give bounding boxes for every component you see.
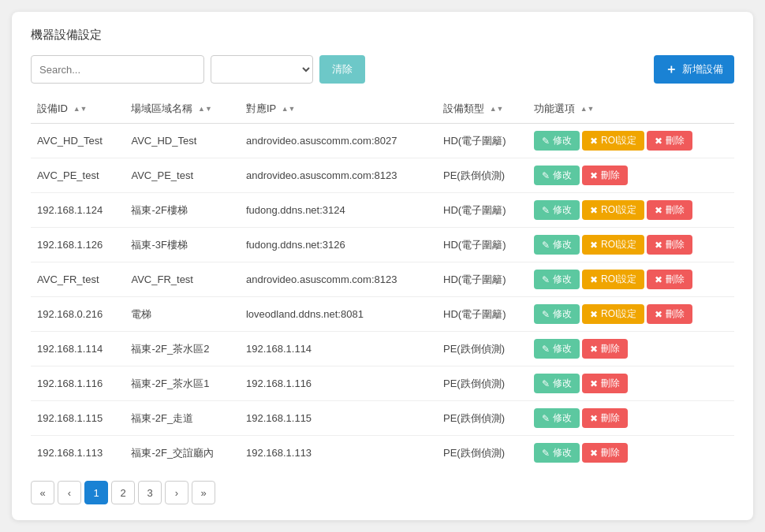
cell-actions: ✎修改✖刪除 bbox=[528, 158, 734, 193]
roi-button[interactable]: ✖ROI設定 bbox=[582, 304, 644, 324]
pagination-next[interactable]: › bbox=[165, 481, 188, 504]
cell-actions: ✎修改✖ROI設定✖刪除 bbox=[528, 262, 734, 297]
cell-actions: ✎修改✖刪除 bbox=[528, 332, 734, 366]
cell-actions: ✎修改✖ROI設定✖刪除 bbox=[528, 228, 734, 262]
cell-ip: 192.168.1.115 bbox=[240, 401, 437, 436]
sort-arrows-device-type[interactable]: ▲▼ bbox=[490, 106, 504, 113]
filter-select[interactable]: HD(電子圍籬) PE(跌倒偵測) bbox=[211, 55, 313, 84]
edit-button[interactable]: ✎修改 bbox=[534, 374, 580, 393]
edit-button[interactable]: ✎修改 bbox=[534, 131, 580, 151]
cell-zone-name: 福東-2F_茶水區1 bbox=[125, 366, 240, 401]
pencil-icon: ✎ bbox=[542, 344, 550, 355]
roi-icon: ✖ bbox=[590, 136, 598, 147]
delete-button[interactable]: ✖刪除 bbox=[647, 200, 692, 220]
edit-button[interactable]: ✎修改 bbox=[534, 408, 580, 428]
x-icon: ✖ bbox=[590, 448, 598, 459]
cell-zone-name: AVC_PE_test bbox=[125, 158, 240, 193]
cell-device-id: 192.168.1.115 bbox=[31, 401, 125, 436]
roi-button[interactable]: ✖ROI設定 bbox=[582, 270, 644, 289]
plus-icon: ＋ bbox=[665, 61, 677, 78]
cell-device-id: 192.168.0.216 bbox=[31, 297, 125, 332]
cell-device-id: 192.168.1.113 bbox=[31, 436, 125, 471]
pencil-icon: ✎ bbox=[542, 274, 550, 285]
sort-arrows-actions[interactable]: ▲▼ bbox=[580, 106, 595, 113]
x-icon: ✖ bbox=[590, 344, 598, 355]
roi-button[interactable]: ✖ROI設定 bbox=[582, 131, 644, 151]
roi-button[interactable]: ✖ROI設定 bbox=[582, 200, 644, 220]
edit-button[interactable]: ✎修改 bbox=[534, 200, 580, 220]
edit-button[interactable]: ✎修改 bbox=[534, 235, 580, 255]
pagination-page-1[interactable]: 1 bbox=[84, 481, 108, 504]
col-zone-name: 場域區域名稱 ▲▼ bbox=[125, 95, 240, 124]
table-row: AVC_FR_testAVC_FR_testandrovideo.asuscom… bbox=[31, 262, 734, 297]
cell-device-id: AVC_FR_test bbox=[31, 262, 125, 297]
cell-ip: fudong.ddns.net:3126 bbox=[240, 228, 437, 262]
cell-ip: fudong.ddns.net:3124 bbox=[240, 193, 437, 228]
cell-actions: ✎修改✖刪除 bbox=[528, 436, 734, 471]
pagination: « ‹ 1 2 3 › » bbox=[31, 481, 734, 504]
cell-zone-name: 福東-2F樓梯 bbox=[125, 193, 240, 228]
cell-actions: ✎修改✖ROI設定✖刪除 bbox=[528, 124, 734, 158]
edit-button[interactable]: ✎修改 bbox=[534, 339, 580, 359]
col-device-type: 設備類型 ▲▼ bbox=[437, 95, 528, 124]
cell-device-id: AVC_PE_test bbox=[31, 158, 125, 193]
delete-button[interactable]: ✖刪除 bbox=[647, 235, 692, 255]
x-icon: ✖ bbox=[590, 413, 598, 424]
table-row: 192.168.1.113福東-2F_交誼廳內192.168.1.113PE(跌… bbox=[31, 436, 734, 471]
page-title: 機器設備設定 bbox=[31, 28, 734, 43]
pagination-page-2[interactable]: 2 bbox=[111, 481, 135, 504]
roi-button[interactable]: ✖ROI設定 bbox=[582, 235, 644, 255]
table-row: 192.168.1.115福東-2F_走道192.168.1.115PE(跌倒偵… bbox=[31, 401, 734, 436]
pencil-icon: ✎ bbox=[542, 136, 550, 147]
edit-button[interactable]: ✎修改 bbox=[534, 166, 580, 185]
pencil-icon: ✎ bbox=[542, 309, 550, 320]
pagination-prev[interactable]: ‹ bbox=[58, 481, 81, 504]
sort-arrows-ip[interactable]: ▲▼ bbox=[282, 106, 296, 113]
cell-zone-name: AVC_HD_Test bbox=[125, 124, 240, 158]
delete-button[interactable]: ✖刪除 bbox=[582, 374, 628, 393]
cell-ip: 192.168.1.114 bbox=[240, 332, 437, 366]
cell-device-id: 192.168.1.114 bbox=[31, 332, 125, 366]
main-card: 機器設備設定 HD(電子圍籬) PE(跌倒偵測) 清除 ＋ 新增設備 設備ID … bbox=[12, 12, 753, 520]
delete-button[interactable]: ✖刪除 bbox=[647, 131, 692, 151]
edit-button[interactable]: ✎修改 bbox=[534, 304, 580, 324]
delete-button[interactable]: ✖刪除 bbox=[582, 339, 628, 359]
delete-button[interactable]: ✖刪除 bbox=[647, 270, 692, 289]
pagination-page-3[interactable]: 3 bbox=[138, 481, 162, 504]
cell-device-type: HD(電子圍籬) bbox=[437, 124, 528, 158]
x-icon: ✖ bbox=[655, 136, 662, 147]
sort-arrows-device-id[interactable]: ▲▼ bbox=[73, 106, 88, 113]
x-icon: ✖ bbox=[655, 274, 662, 285]
cell-ip: androvideo.asuscomm.com:8123 bbox=[240, 262, 437, 297]
pagination-last[interactable]: » bbox=[192, 481, 215, 504]
cell-ip: 192.168.1.113 bbox=[240, 436, 437, 471]
sort-arrows-zone-name[interactable]: ▲▼ bbox=[198, 106, 212, 113]
delete-button[interactable]: ✖刪除 bbox=[582, 443, 628, 463]
toolbar: HD(電子圍籬) PE(跌倒偵測) 清除 ＋ 新增設備 bbox=[31, 55, 734, 84]
add-device-button[interactable]: ＋ 新增設備 bbox=[654, 55, 734, 84]
delete-button[interactable]: ✖刪除 bbox=[582, 166, 628, 185]
clear-button[interactable]: 清除 bbox=[319, 55, 365, 84]
x-icon: ✖ bbox=[655, 240, 662, 251]
roi-icon: ✖ bbox=[590, 205, 598, 216]
edit-button[interactable]: ✎修改 bbox=[534, 443, 580, 463]
delete-button[interactable]: ✖刪除 bbox=[647, 304, 692, 324]
cell-ip: loveodland.ddns.net:8081 bbox=[240, 297, 437, 332]
search-input[interactable] bbox=[31, 55, 204, 84]
pagination-first[interactable]: « bbox=[31, 481, 54, 504]
cell-device-type: HD(電子圍籬) bbox=[437, 228, 528, 262]
edit-button[interactable]: ✎修改 bbox=[534, 270, 580, 289]
cell-ip: 192.168.1.116 bbox=[240, 366, 437, 401]
table-row: 192.168.0.216電梯loveodland.ddns.net:8081H… bbox=[31, 297, 734, 332]
cell-actions: ✎修改✖ROI設定✖刪除 bbox=[528, 193, 734, 228]
cell-device-type: PE(跌倒偵測) bbox=[437, 332, 528, 366]
cell-ip: androvideo.asuscomm.com:8027 bbox=[240, 124, 437, 158]
pencil-icon: ✎ bbox=[542, 240, 550, 251]
delete-button[interactable]: ✖刪除 bbox=[582, 408, 628, 428]
table-header-row: 設備ID ▲▼ 場域區域名稱 ▲▼ 對應IP ▲▼ 設備類型 ▲▼ 功能選項 bbox=[31, 95, 734, 124]
table-row: 192.168.1.126福東-3F樓梯fudong.ddns.net:3126… bbox=[31, 228, 734, 262]
x-icon: ✖ bbox=[590, 170, 598, 181]
pencil-icon: ✎ bbox=[542, 448, 550, 459]
cell-device-type: HD(電子圍籬) bbox=[437, 297, 528, 332]
table-row: AVC_PE_testAVC_PE_testandrovideo.asuscom… bbox=[31, 158, 734, 193]
